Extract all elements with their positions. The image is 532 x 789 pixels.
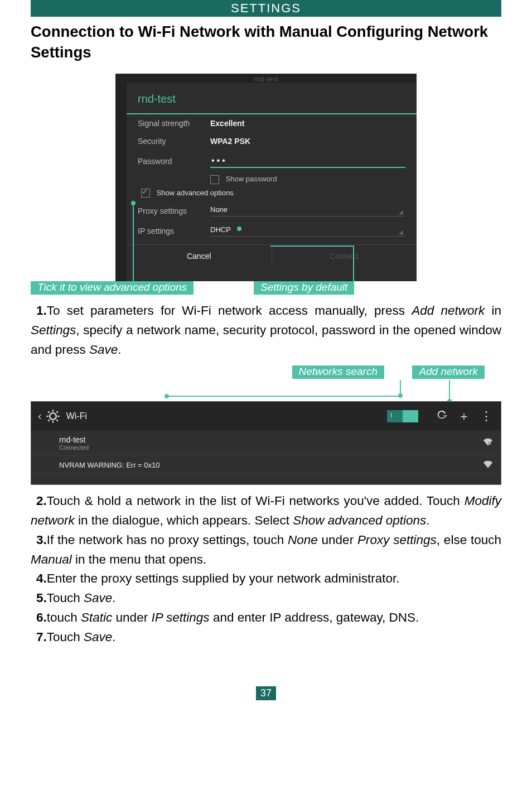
signal-strength-value: Excellent [210,119,405,128]
show-password-checkbox[interactable] [210,175,219,184]
paragraph-5: 5.Touch Save. [31,589,501,608]
network-name: rnd-test [59,435,483,444]
show-advanced-checkbox[interactable] [141,189,150,198]
security-label: Security [138,137,210,146]
wifi-icon [483,460,493,470]
paragraph-7: 7.Touch Save. [31,628,501,647]
network-name: NVRAM WARNING: Err = 0x10 [59,461,483,469]
network-row[interactable]: rnd-test Connected [31,431,501,456]
svg-line-8 [56,411,57,412]
background-title: rnd-test [115,74,417,83]
paragraph-4: 4.Enter the proxy settings supplied by y… [31,569,501,589]
dialog-title: rnd-test [127,83,417,114]
page-number: 37 [256,686,276,700]
network-row[interactable]: NVRAM WARNING: Err = 0x10 [31,456,501,475]
network-status: Connected [59,444,483,451]
wifi-secure-icon [483,438,493,448]
security-value: WPA2 PSK [210,137,405,146]
show-advanced-label: Show advanced options [157,189,234,197]
wifi-dialog-screenshot: rnd-test rnd-test Signal strength Excell… [115,74,417,281]
back-icon[interactable]: ‹ [35,410,45,422]
refresh-icon[interactable] [431,408,453,424]
page-title: Connection to Wi-Fi Network with Manual … [31,21,501,62]
gear-icon[interactable] [45,408,61,424]
svg-point-0 [50,413,56,420]
paragraph-2: 2.Touch & hold a network in the list of … [31,492,501,531]
show-password-label: Show password [226,175,277,183]
connect-button[interactable]: Connect [272,245,417,267]
svg-line-7 [48,420,49,421]
add-network-icon[interactable]: ＋ [453,408,475,425]
svg-line-6 [56,420,57,421]
callout-networks-search: Networks search [292,365,385,379]
password-input[interactable] [210,155,405,168]
svg-line-5 [48,411,49,412]
overflow-menu-icon[interactable]: ⋮ [475,409,497,424]
wifi-title: Wi-Fi [66,411,387,421]
section-header: SETTINGS [31,0,501,17]
callout-add-network: Add network [412,365,485,379]
callout-settings-default: Settings by default [254,281,354,295]
wifi-settings-screenshot: ‹ Wi-Fi I ＋ ⋮ rnd-test Connected [31,401,501,485]
ip-settings-label: IP settings [138,227,210,235]
ip-settings-dropdown[interactable]: DHCP [210,225,405,237]
callout-advanced-options: Tick it to view advanced options [31,281,194,295]
password-label: Password [138,157,210,166]
paragraph-6: 6.touch Static under IP settings and ent… [31,608,501,628]
cancel-button[interactable]: Cancel [127,245,272,267]
paragraph-1: 1.To set parameters for Wi-Fi network ac… [31,301,501,360]
proxy-settings-dropdown[interactable]: None [210,205,405,217]
signal-strength-label: Signal strength [138,119,210,128]
wifi-toggle[interactable]: I [387,410,418,422]
svg-rect-10 [489,442,491,444]
proxy-settings-label: Proxy settings [138,206,210,215]
paragraph-3: 3.If the network has no proxy settings, … [31,531,501,570]
